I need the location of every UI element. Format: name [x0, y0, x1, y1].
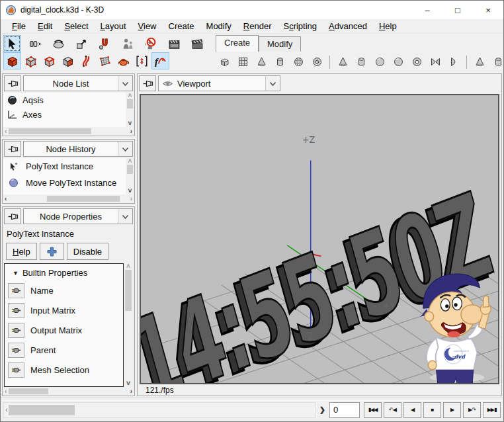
move-tool-button[interactable] [26, 35, 44, 52]
render-frame-tool-button[interactable] [189, 35, 206, 52]
property-label: Output Matrix [30, 325, 82, 335]
select-tool-button[interactable] [3, 35, 21, 52]
node-axes[interactable]: Axes [3, 107, 126, 122]
timeline-scrollbar[interactable]: ‹ [3, 402, 315, 418]
property-channel-button[interactable] [8, 303, 24, 318]
minimize-button[interactable]: – [412, 1, 442, 19]
node-history-panel-selector[interactable]: Node History [23, 141, 133, 157]
create-bicone-button[interactable] [427, 54, 444, 70]
menu-edit[interactable]: Edit [32, 20, 58, 32]
menu-layout[interactable]: Layout [95, 20, 132, 32]
property-channel-button[interactable] [8, 323, 24, 338]
close-button[interactable]: × [473, 1, 503, 19]
help-button[interactable]: Help [6, 243, 37, 260]
node-properties-pin-button[interactable] [4, 208, 21, 224]
stop-button[interactable]: ■ [423, 402, 441, 418]
assign-parent-tool-button[interactable] [119, 35, 137, 52]
create-poly-grid-button[interactable] [234, 54, 251, 70]
function-red-icon [154, 55, 167, 67]
viewport-canvas[interactable]: 14:55:50Z 14:55:50Z +Z +Y -Z [140, 94, 499, 384]
node-list-hscrollbar[interactable]: ‹› [3, 127, 134, 136]
select-nodes-mode-button[interactable] [3, 52, 21, 69]
fps-status: 121./fps [138, 384, 501, 396]
disable-button[interactable]: Disable [67, 243, 108, 260]
node-list-panel-selector[interactable]: Node List [23, 75, 133, 91]
render-preview-tool-button[interactable] [165, 35, 183, 52]
tab-create[interactable]: Create [216, 35, 259, 52]
parent-icon [122, 38, 134, 50]
menu-file[interactable]: File [6, 20, 32, 32]
timeline-thumb[interactable] [9, 405, 75, 415]
create-sphere-shaded-button[interactable] [390, 54, 407, 70]
history-polytext-instance[interactable]: PolyText Instance [3, 158, 126, 175]
properties-vscrollbar[interactable]: ˄˅ [124, 263, 133, 387]
frame-number-field[interactable]: 0 [329, 402, 360, 418]
collapse-triangle-icon: ▼ [13, 270, 19, 276]
pin-icon [7, 211, 19, 222]
node-history-pin-button[interactable] [4, 141, 21, 157]
rewind-button[interactable]: ▮◀◀ [364, 402, 382, 418]
s-grid-icon [237, 56, 249, 67]
menu-modify[interactable]: Modify [200, 20, 237, 32]
create-poly-cone-button[interactable] [253, 54, 270, 70]
create-paraboloid-button[interactable] [445, 54, 462, 70]
menu-select[interactable]: Select [58, 20, 94, 32]
create-poly-sphere-button[interactable] [290, 54, 307, 70]
play-button[interactable]: ▶ [443, 402, 461, 418]
select-lines-mode-button[interactable] [40, 52, 58, 69]
node-list-vscrollbar[interactable]: ˄˅ [126, 93, 134, 127]
rotate-tool-button[interactable] [50, 35, 67, 52]
select-faces-mode-button[interactable] [59, 52, 77, 69]
timeline-right-arrow[interactable]: ❯ [317, 405, 327, 414]
add-property-button[interactable] [40, 243, 64, 260]
loop-play-button[interactable]: ▶↷ [463, 402, 481, 418]
node-history-hscrollbar[interactable]: ‹› [3, 194, 134, 203]
node-label: PolyText Instance [26, 161, 93, 171]
create-poly-cube-button[interactable] [216, 54, 233, 70]
select-curves-mode-button[interactable] [77, 52, 95, 69]
properties-hscrollbar[interactable]: ‹› [3, 387, 134, 396]
builtin-properties-group[interactable]: ▼ Builtin Properties [5, 264, 123, 280]
node-aqsis[interactable]: Aqsis [3, 93, 126, 107]
create-capped-cylinder-button[interactable] [489, 54, 504, 70]
animate-mode-button[interactable] [151, 52, 169, 69]
s-cyl-icon [493, 56, 504, 67]
create-poly-torus-button[interactable] [308, 54, 325, 70]
history-move-polytext-instance[interactable]: Move PolyText Instance [3, 175, 126, 191]
unparent-tool-button[interactable] [142, 35, 160, 52]
create-sphere-button[interactable] [371, 54, 388, 70]
timeline-left-arrow[interactable]: ‹ [5, 407, 7, 413]
create-poly-cylinder-button[interactable] [271, 54, 288, 70]
node-history-vscrollbar[interactable]: ˄˅ [126, 158, 134, 194]
node-properties-panel-selector[interactable]: Node Properties [23, 208, 133, 224]
menu-help[interactable]: Help [373, 20, 403, 32]
snap-tool-button[interactable] [96, 35, 114, 52]
property-channel-button[interactable] [8, 343, 24, 358]
viewport-panel-selector[interactable]: Viewport [158, 75, 280, 91]
create-capped-cone-button[interactable] [471, 54, 488, 70]
menu-advanced[interactable]: Advanced [323, 20, 373, 32]
menu-render[interactable]: Render [237, 20, 278, 32]
tab-modify[interactable]: Modify [259, 36, 301, 52]
select-patches-mode-button[interactable] [96, 52, 114, 69]
loop-reverse-button[interactable]: ↶◀ [384, 402, 401, 418]
property-channel-button[interactable] [8, 283, 24, 298]
create-cone-button[interactable] [334, 54, 351, 70]
scale-tool-button[interactable] [73, 35, 91, 52]
create-torus-button[interactable] [408, 54, 425, 70]
viewport-pin-button[interactable] [139, 75, 156, 91]
maximize-button[interactable]: □ [442, 1, 473, 19]
select-groups-mode-button[interactable] [133, 52, 151, 69]
select-nurbs-mode-button[interactable] [114, 52, 132, 69]
play-reverse-button[interactable]: ◀ [403, 402, 421, 418]
fast-forward-button[interactable]: ▶▶▮ [483, 402, 501, 418]
panel-selector-label: Node History [24, 144, 118, 154]
menu-view[interactable]: View [132, 20, 163, 32]
select-points-mode-button[interactable] [22, 52, 40, 69]
node-list-pin-button[interactable] [4, 75, 21, 91]
chevron-down-icon [118, 142, 132, 156]
menu-scripting[interactable]: Scripting [277, 20, 323, 32]
create-cylinder-button[interactable] [353, 54, 370, 70]
menu-create[interactable]: Create [163, 20, 200, 32]
property-channel-button[interactable] [8, 362, 24, 378]
